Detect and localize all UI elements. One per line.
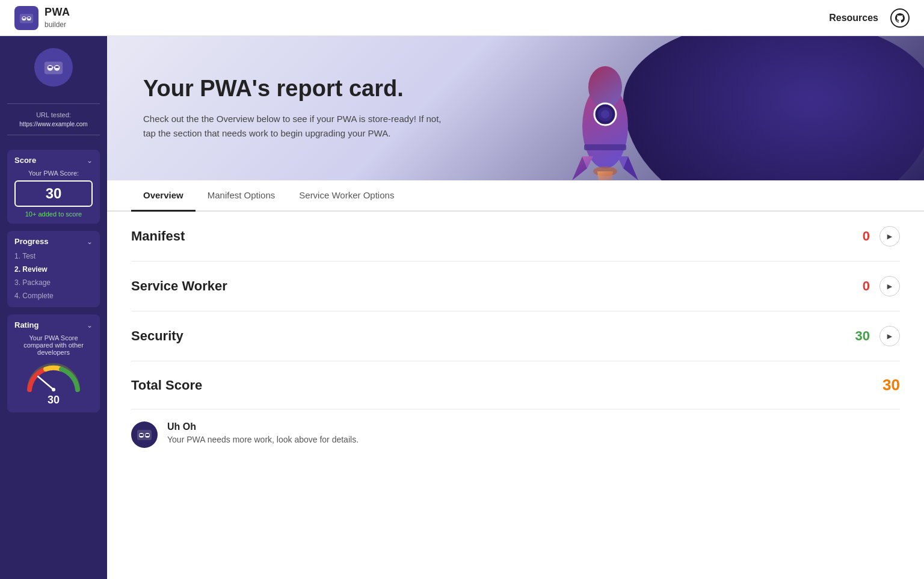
rating-card-title: Rating xyxy=(14,320,38,329)
rocket-illustration xyxy=(539,42,671,180)
security-score-row: Security 30 ► xyxy=(131,311,900,361)
manifest-title: Manifest xyxy=(131,228,185,244)
svg-point-1 xyxy=(22,16,26,20)
sidebar-avatar xyxy=(34,48,73,87)
security-score-right: 30 ► xyxy=(855,326,900,346)
logo-area: PWA builder xyxy=(14,6,70,30)
svg-rect-26 xyxy=(146,434,149,436)
service-worker-score: 0 xyxy=(863,278,870,294)
rating-chevron-icon[interactable]: ⌄ xyxy=(87,321,93,329)
svg-point-16 xyxy=(588,66,622,108)
service-worker-title: Service Worker xyxy=(131,278,227,294)
svg-point-6 xyxy=(891,9,909,27)
progress-items: 1. Test 2. Review 3. Package 4. Complete xyxy=(14,251,93,301)
security-expand-button[interactable]: ► xyxy=(879,326,900,346)
svg-rect-3 xyxy=(23,17,25,18)
url-tested-value: https://www.example.com xyxy=(19,121,87,127)
hero-banner: Your PWA's report card. Check out the th… xyxy=(107,36,924,180)
bottom-msg-text: Uh Oh Your PWA needs more work, look abo… xyxy=(167,421,359,444)
tab-service-worker-options[interactable]: Service Worker Options xyxy=(287,180,406,212)
gauge-chart xyxy=(23,360,84,393)
svg-point-14 xyxy=(52,388,55,391)
total-score-row: Total Score 30 xyxy=(131,361,900,409)
svg-rect-21 xyxy=(584,144,626,150)
sidebar: URL tested: https://www.example.com Scor… xyxy=(0,36,107,579)
score-card-header: Score ⌄ xyxy=(14,156,93,165)
score-value-box: 30 xyxy=(14,180,93,207)
your-pwa-score-label: Your PWA Score: xyxy=(14,170,93,177)
bottom-msg-description: Your PWA needs more work, look above for… xyxy=(167,435,359,444)
manifest-score-right: 0 ► xyxy=(863,226,900,247)
logo-icon xyxy=(14,6,38,30)
tab-overview[interactable]: Overview xyxy=(131,180,196,212)
gauge-score: 30 xyxy=(48,394,60,406)
sidebar-divider-2 xyxy=(7,135,100,135)
progress-card-title: Progress xyxy=(14,237,48,246)
progress-step-3[interactable]: 3. Package xyxy=(14,277,93,288)
tab-manifest-options[interactable]: Manifest Options xyxy=(196,180,288,212)
progress-chevron-icon[interactable]: ⌄ xyxy=(87,237,93,246)
svg-rect-0 xyxy=(20,14,33,23)
svg-point-19 xyxy=(601,110,609,118)
hero-illustration xyxy=(503,36,924,180)
score-card: Score ⌄ Your PWA Score: 30 10+ added to … xyxy=(7,150,100,224)
bottom-message: Uh Oh Your PWA needs more work, look abo… xyxy=(131,409,900,454)
tabs-bar: Overview Manifest Options Service Worker… xyxy=(107,180,924,212)
svg-rect-4 xyxy=(28,17,30,18)
url-tested-label: URL tested: xyxy=(36,111,71,118)
score-added: 10+ added to score xyxy=(14,210,93,218)
svg-rect-10 xyxy=(48,66,52,68)
score-chevron-icon[interactable]: ⌄ xyxy=(87,156,93,165)
total-score-title: Total Score xyxy=(131,378,202,393)
score-card-title: Score xyxy=(14,156,36,165)
scores-area: Manifest 0 ► Service Worker 0 ► Security… xyxy=(107,212,924,478)
bottom-msg-title: Uh Oh xyxy=(167,421,359,432)
bottom-msg-icon xyxy=(131,421,158,448)
progress-card: Progress ⌄ 1. Test 2. Review 3. Package … xyxy=(7,231,100,307)
sidebar-divider xyxy=(7,103,100,104)
hero-text: Your PWA's report card. Check out the th… xyxy=(143,76,444,141)
svg-rect-11 xyxy=(55,66,59,68)
hero-title: Your PWA's report card. xyxy=(143,76,444,102)
rating-text: Your PWA Score compared with other devel… xyxy=(14,334,93,356)
total-score-value: 30 xyxy=(882,376,900,394)
svg-rect-25 xyxy=(140,434,143,436)
github-icon[interactable] xyxy=(890,8,910,28)
manifest-expand-button[interactable]: ► xyxy=(879,226,900,247)
svg-rect-5 xyxy=(26,17,28,18)
logo-text: PWA builder xyxy=(45,6,70,29)
security-title: Security xyxy=(131,328,183,344)
main-layout: URL tested: https://www.example.com Scor… xyxy=(0,36,924,579)
gauge-container: 30 xyxy=(14,360,93,406)
progress-step-1[interactable]: 1. Test xyxy=(14,251,93,262)
nav-right: Resources xyxy=(829,8,910,28)
progress-card-header: Progress ⌄ xyxy=(14,237,93,246)
resources-link[interactable]: Resources xyxy=(829,13,878,23)
svg-point-2 xyxy=(27,16,31,20)
service-worker-expand-button[interactable]: ► xyxy=(879,276,900,296)
progress-step-2[interactable]: 2. Review xyxy=(14,264,93,275)
hero-description: Check out the the Overview below to see … xyxy=(143,112,444,141)
security-score: 30 xyxy=(855,328,870,344)
progress-step-4[interactable]: 4. Complete xyxy=(14,290,93,301)
service-worker-score-row: Service Worker 0 ► xyxy=(131,262,900,311)
manifest-score: 0 xyxy=(863,228,870,244)
svg-rect-12 xyxy=(52,67,55,68)
service-worker-score-right: 0 ► xyxy=(863,276,900,296)
svg-line-13 xyxy=(38,376,54,390)
rating-card-header: Rating ⌄ xyxy=(14,320,93,329)
rating-card: Rating ⌄ Your PWA Score compared with ot… xyxy=(7,314,100,412)
top-nav: PWA builder Resources xyxy=(0,0,924,36)
content-area: Your PWA's report card. Check out the th… xyxy=(107,36,924,579)
manifest-score-row: Manifest 0 ► xyxy=(131,212,900,262)
